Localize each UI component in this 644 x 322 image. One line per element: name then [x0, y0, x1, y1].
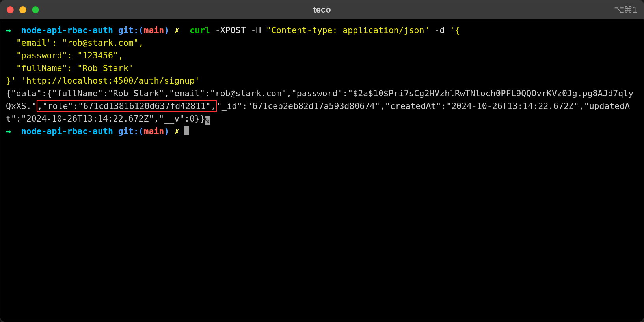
- cmd-curl: curl: [190, 25, 210, 35]
- prompt-git-label: git:(: [118, 25, 144, 35]
- window-shortcut: ⌥⌘1: [614, 5, 637, 15]
- prompt2-dirty-icon: ✗: [174, 126, 179, 136]
- terminal-area[interactable]: → node-api-rbac-auth git:(main) ✗ curl -…: [0, 19, 644, 322]
- titlebar: teco ⌥⌘1: [0, 0, 644, 19]
- window-title: teco: [313, 5, 331, 15]
- output-endmark-icon: %: [205, 116, 210, 125]
- cmd-args: -XPOST -H: [210, 25, 266, 35]
- cmd-header: "Content-type: application/json": [266, 25, 429, 35]
- prompt2-git-label: git:(: [118, 126, 144, 136]
- cmd-body-line3: "fullName": "Rob Stark": [6, 63, 134, 73]
- prompt2-branch: main: [144, 126, 164, 136]
- traffic-lights: [7, 6, 39, 13]
- output-highlight: ,"role":"671cd13816120d637fd42811",: [37, 100, 217, 112]
- prompt-path: node-api-rbac-auth: [21, 25, 113, 35]
- cmd-body-open: '{: [450, 25, 460, 35]
- maximize-icon[interactable]: [32, 6, 39, 13]
- prompt2-arrow: →: [6, 126, 11, 136]
- prompt-git-close: ): [164, 25, 169, 35]
- prompt-dirty-icon: ✗: [174, 25, 179, 35]
- close-icon[interactable]: [7, 6, 14, 13]
- prompt2-path: node-api-rbac-auth: [21, 126, 113, 136]
- cmd-body-line1: "email": "rob@stark.com",: [6, 38, 144, 48]
- cmd-body-close: }': [6, 76, 16, 86]
- prompt2-git-close: ): [164, 126, 169, 136]
- terminal-content[interactable]: → node-api-rbac-auth git:(main) ✗ curl -…: [6, 24, 638, 138]
- cursor-icon: [184, 126, 189, 135]
- prompt-branch: main: [144, 25, 164, 35]
- minimize-icon[interactable]: [19, 6, 26, 13]
- cmd-dflag: -d: [429, 25, 450, 35]
- cmd-url: 'http://localhost:4500/auth/signup': [21, 76, 200, 86]
- cmd-body-line2: "password": "123456",: [6, 51, 123, 60]
- prompt-arrow: →: [6, 25, 11, 35]
